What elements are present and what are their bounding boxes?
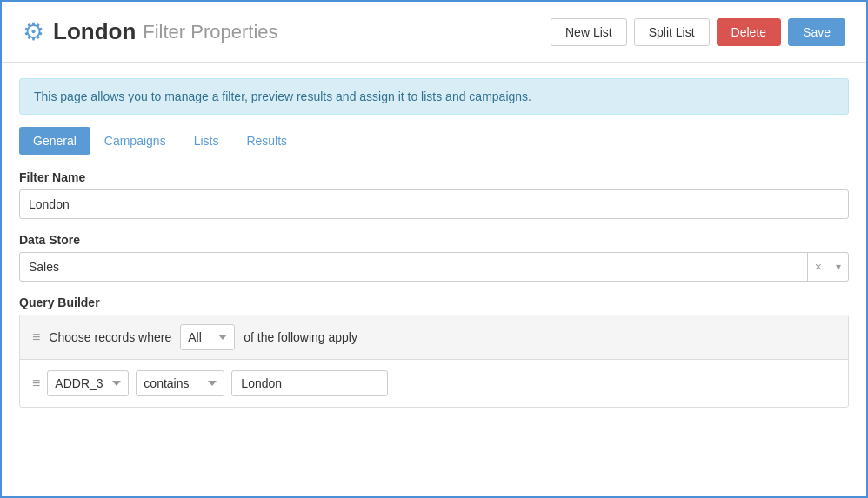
gear-icon: ⚙ (23, 17, 44, 46)
page-header: ⚙ London Filter Properties New List Spli… (2, 2, 866, 63)
query-builder-label: Query Builder (19, 295, 849, 309)
query-value-input[interactable] (231, 370, 388, 396)
query-operator-select[interactable]: contains equals starts with ends with (136, 370, 224, 396)
title-area: ⚙ London Filter Properties (23, 17, 551, 46)
info-banner-text: This page allows you to manage a filter,… (34, 90, 531, 103)
tab-lists[interactable]: Lists (180, 127, 233, 155)
data-store-label: Data Store (19, 233, 849, 247)
query-header-row: ≡ Choose records where All Any of the fo… (20, 315, 848, 360)
data-store-select-wrapper: Sales × ▾ (19, 252, 849, 282)
query-builder-container: ≡ Choose records where All Any of the fo… (19, 315, 849, 408)
split-list-button[interactable]: Split List (634, 18, 710, 46)
tab-results[interactable]: Results (232, 127, 301, 155)
save-button[interactable]: Save (788, 18, 845, 46)
page-title-sub: Filter Properties (143, 21, 277, 43)
tabs-bar: General Campaigns Lists Results (2, 127, 866, 155)
query-rule-drag-handle[interactable]: ≡ (32, 375, 40, 391)
tab-general[interactable]: General (19, 127, 90, 155)
data-store-group: Data Store Sales × ▾ (19, 233, 849, 282)
query-header-suffix: of the following apply (244, 330, 357, 344)
query-field-select[interactable]: ADDR_3 ADDR_1 ADDR_2 (47, 370, 129, 396)
filter-name-input[interactable] (19, 189, 849, 219)
query-condition-select[interactable]: All Any (180, 324, 235, 350)
filter-name-group: Filter Name (19, 170, 849, 219)
query-header-drag-handle[interactable]: ≡ (32, 329, 40, 345)
info-banner: This page allows you to manage a filter,… (19, 78, 849, 115)
data-store-controls: × ▾ (807, 253, 848, 281)
data-store-value: Sales (20, 253, 807, 281)
filter-name-label: Filter Name (19, 170, 849, 184)
page-title-main: London (53, 18, 136, 45)
new-list-button[interactable]: New List (551, 18, 627, 46)
tab-campaigns[interactable]: Campaigns (90, 127, 180, 155)
query-header-prefix: Choose records where (49, 330, 171, 344)
query-rule-row: ≡ ADDR_3 ADDR_1 ADDR_2 contains equals s… (20, 360, 848, 407)
form-section: Filter Name Data Store Sales × ▾ Query B… (2, 170, 866, 408)
data-store-clear-button[interactable]: × (808, 253, 829, 281)
header-buttons: New List Split List Delete Save (551, 18, 845, 46)
delete-button[interactable]: Delete (717, 18, 781, 46)
data-store-arrow-button[interactable]: ▾ (829, 254, 848, 280)
query-builder-group: Query Builder ≡ Choose records where All… (19, 295, 849, 408)
